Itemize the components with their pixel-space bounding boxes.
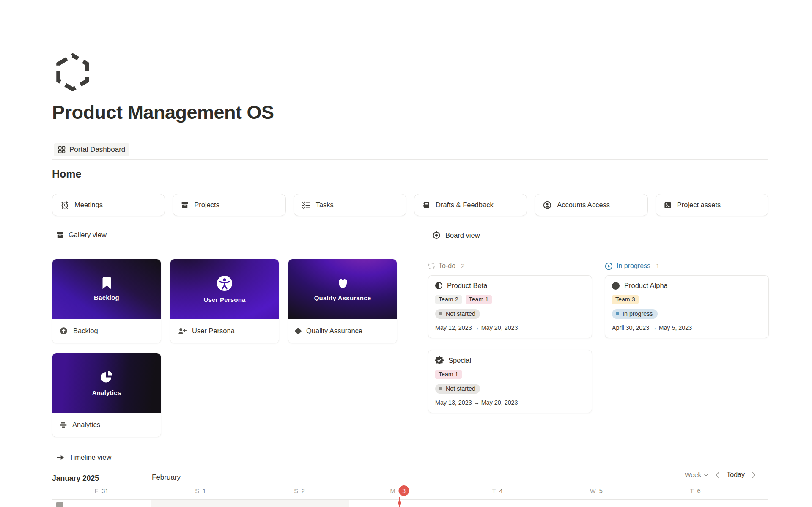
divider xyxy=(52,159,768,160)
board-column-todo: To-do 2 Product Beta Team 2 Team 1 Not s… xyxy=(428,260,592,413)
timeline-view-header[interactable]: Timeline view xyxy=(56,453,111,461)
arrow-up-circle-icon xyxy=(60,327,68,335)
meetings-button[interactable]: Meetings xyxy=(52,194,165,216)
day-label: T4 xyxy=(492,485,503,496)
archive-box-icon xyxy=(56,231,64,239)
breadcrumb-portal-dashboard[interactable]: Portal Dashboard xyxy=(54,143,129,156)
grid-line xyxy=(745,500,745,507)
gallery-card-title: User Persona xyxy=(192,327,235,335)
quick-links-row: Meetings Projects Tasks xyxy=(52,194,768,216)
gallery-view-header[interactable]: Gallery view xyxy=(56,231,107,239)
tasks-button[interactable]: Tasks xyxy=(294,194,406,216)
eye-icon xyxy=(432,231,441,239)
column-header-in-progress[interactable]: In progress 1 xyxy=(605,260,769,271)
board-card-special[interactable]: Special Team 1 Not started May 13, 2023 … xyxy=(428,350,592,413)
alarm-clock-icon xyxy=(60,201,69,209)
column-header-todo[interactable]: To-do 2 xyxy=(428,260,592,271)
team-tag: Team 2 xyxy=(435,295,462,304)
board-card-product-alpha[interactable]: Product Alpha Team 3 In progress April 3… xyxy=(605,275,769,338)
column-name: To-do xyxy=(439,262,455,270)
gallery-card-backlog[interactable]: Backlog Backlog xyxy=(52,259,161,343)
day-label: F31 xyxy=(95,485,109,496)
gallery-card-quality-assurance[interactable]: Quality Assurance Quality Assurance xyxy=(288,259,397,343)
today-button[interactable]: Today xyxy=(727,471,745,479)
cover-label: Analytics xyxy=(92,389,121,396)
board-view-label: Board view xyxy=(445,231,480,239)
status-badge: Not started xyxy=(435,384,480,394)
nav-button-label: Project assets xyxy=(677,201,721,209)
divider xyxy=(428,247,769,247)
card-cover: Analytics xyxy=(52,353,161,413)
card-cover: Quality Assurance xyxy=(288,259,397,319)
gallery-view-label: Gallery view xyxy=(69,231,107,239)
person-add-icon xyxy=(178,327,187,335)
breadcrumb-label: Portal Dashboard xyxy=(69,145,125,154)
gallery-card-title: Quality Assurance xyxy=(306,327,362,335)
timeline-grid[interactable] xyxy=(52,499,768,507)
chevron-left-icon[interactable] xyxy=(716,472,719,478)
date-range: May 12, 2023 → May 20, 2023 xyxy=(435,324,585,331)
project-assets-button[interactable]: Project assets xyxy=(656,194,768,216)
grid-line xyxy=(250,500,250,507)
day-label-today: M 3 xyxy=(390,485,409,496)
projects-button[interactable]: Projects xyxy=(173,194,285,216)
person-circle-icon xyxy=(543,201,551,209)
nav-button-label: Meetings xyxy=(74,201,103,209)
nav-button-label: Drafts & Feedback xyxy=(436,201,494,209)
cover-label: Backlog xyxy=(94,294,119,301)
archive-box-icon xyxy=(181,201,189,209)
gallery-card-title: Analytics xyxy=(72,421,100,429)
day-label: S1 xyxy=(195,485,206,496)
status-dot xyxy=(616,312,619,315)
grid-line xyxy=(151,500,151,507)
nav-button-label: Accounts Access xyxy=(557,201,610,209)
board-view-header[interactable]: Board view xyxy=(432,231,480,239)
divider xyxy=(52,468,768,468)
status-dot xyxy=(439,387,442,390)
chevron-right-icon[interactable] xyxy=(752,472,756,478)
filled-circle-icon xyxy=(612,282,620,290)
board-card-product-beta[interactable]: Product Beta Team 2 Team 1 Not started M… xyxy=(428,275,592,338)
checklist-icon xyxy=(302,201,310,209)
grid-icon xyxy=(58,146,66,153)
date-range: April 30, 2023 → May 5, 2023 xyxy=(612,324,762,331)
shield-icon xyxy=(337,277,349,290)
nav-button-label: Tasks xyxy=(316,201,334,209)
status-badge: In progress xyxy=(612,309,658,319)
home-heading: Home xyxy=(52,168,81,180)
accounts-access-button[interactable]: Accounts Access xyxy=(535,194,647,216)
diamond-icon xyxy=(296,329,301,334)
today-badge: 3 xyxy=(399,485,409,496)
day-label: S2 xyxy=(294,485,305,496)
workspace-logo-hexagon-icon xyxy=(55,53,90,93)
timeline-view-label: Timeline view xyxy=(69,453,111,461)
column-name: In progress xyxy=(617,262,650,270)
gallery-card-analytics[interactable]: Analytics Analytics xyxy=(52,353,161,437)
gallery-card-user-persona[interactable]: User Persona User Persona xyxy=(170,259,279,343)
verified-badge-icon xyxy=(435,356,444,364)
dashed-circle-icon xyxy=(428,263,435,269)
team-tag: Team 1 xyxy=(435,370,462,379)
accessibility-icon xyxy=(217,275,233,291)
card-title: Product Alpha xyxy=(624,282,668,290)
timeline-zoom-select[interactable]: Week xyxy=(685,471,708,479)
card-title: Special xyxy=(448,356,471,364)
gallery-card-title: Backlog xyxy=(73,327,98,335)
timeline-controls: Week Today xyxy=(685,471,756,479)
day-label: T6 xyxy=(690,485,701,496)
grid-line xyxy=(547,500,547,507)
chevron-down-icon xyxy=(704,474,708,477)
timeline-month-label: February xyxy=(152,473,181,482)
status-badge: Not started xyxy=(435,309,480,319)
drafts-feedback-button[interactable]: Drafts & Feedback xyxy=(414,194,527,216)
terminal-icon xyxy=(664,201,672,209)
bookmark-icon xyxy=(102,277,112,289)
cover-label: Quality Assurance xyxy=(314,294,371,301)
team-tag: Team 3 xyxy=(612,295,639,304)
day-label: W5 xyxy=(590,485,603,496)
pie-chart-icon xyxy=(99,370,114,384)
timeline-month-label: January 2025 xyxy=(52,474,99,483)
board-columns: To-do 2 Product Beta Team 2 Team 1 Not s… xyxy=(428,260,769,413)
board-column-in-progress: In progress 1 Product Alpha Team 3 In pr… xyxy=(605,260,769,338)
timeline-item-page-icon[interactable] xyxy=(56,502,63,507)
